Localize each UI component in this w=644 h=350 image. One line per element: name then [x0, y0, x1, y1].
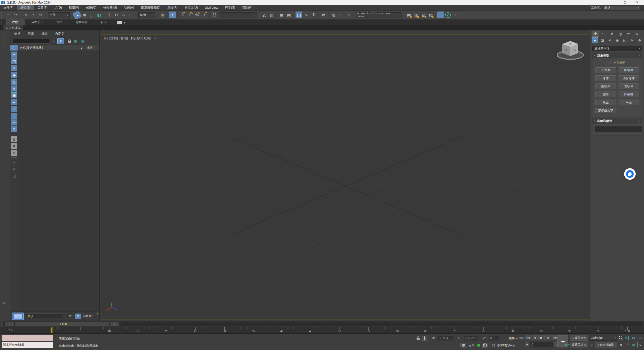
perspective-viewport[interactable]: [+] [透视] [标准] [默认明暗处理] ▼ 顶 前 右	[101, 34, 590, 320]
explorer-menu-item[interactable]: 显示	[28, 32, 34, 36]
x-coordinate-field[interactable]: -0.934	[438, 336, 453, 340]
bind-to-space-warp-icon[interactable]: ≋	[37, 12, 44, 18]
asset-open-icon[interactable]: ▥	[413, 12, 420, 18]
select-and-move-icon[interactable]: ╋	[106, 12, 112, 18]
primitive-button[interactable]: 加强型文本	[595, 108, 616, 113]
edit-named-selection-sets-icon[interactable]: { }	[211, 12, 218, 18]
fill-view-icon[interactable]: ■	[11, 143, 17, 149]
time-slider-track[interactable]: ‹ 0 / 100 ›	[5, 322, 643, 326]
undo-icon[interactable]: ↶	[5, 12, 12, 18]
viewport-layout-button[interactable]	[12, 313, 24, 320]
create-tab[interactable]: +	[592, 31, 599, 37]
ribbon-tab[interactable]: 自由形式	[25, 19, 50, 25]
unlink-selection-icon[interactable]: ≁	[30, 12, 37, 18]
select-and-scale-icon[interactable]: ▱	[120, 12, 127, 18]
orbit-icon[interactable]: ◍	[631, 342, 636, 347]
redo-icon[interactable]: ↷	[13, 12, 19, 18]
primitive-category-dropdown[interactable]: 标准基本体 ▾	[592, 46, 642, 51]
curve-editor-icon[interactable]: ∿	[303, 12, 310, 18]
filter-settings-icon[interactable]: ▼	[11, 159, 17, 165]
display-space-warps-icon[interactable]: ≋	[11, 85, 17, 92]
search-input[interactable]	[13, 39, 50, 43]
zoom-extents-icon[interactable]: ⊡	[631, 335, 636, 340]
menu-item[interactable]: 脚本(S)	[221, 5, 238, 10]
primitive-button[interactable]: 四棱锥	[619, 92, 639, 97]
render-production-icon[interactable]: ♨	[345, 12, 352, 18]
ribbon-minimize-toggle[interactable]: ▾	[117, 21, 125, 25]
window-crossing-icon[interactable]: ◧	[96, 12, 102, 18]
menu-item[interactable]: 渲染(R)	[164, 5, 181, 10]
space-warps-category-icon[interactable]: ≋	[629, 37, 635, 43]
go-to-start-button[interactable]: |◀◀	[525, 335, 531, 340]
frame-spinner[interactable]: ▲▼	[550, 343, 552, 346]
zoom-icon[interactable]	[618, 335, 623, 340]
previous-frame-arrow[interactable]: ‹	[5, 322, 14, 326]
pan-view-icon[interactable]: Ψ	[624, 342, 630, 347]
minimize-icon[interactable]: —	[609, 1, 615, 5]
primitive-button[interactable]: 管状体	[619, 83, 639, 89]
assistant-button[interactable]	[624, 168, 636, 180]
field-of-view-icon[interactable]: ⊲	[618, 342, 623, 347]
menu-item[interactable]: 文件(F)	[0, 5, 17, 10]
time-slider-grip[interactable]	[1, 321, 4, 327]
lock-cell-editing-icon[interactable]	[68, 41, 71, 43]
select-and-rotate-icon[interactable]: ↻	[113, 12, 120, 18]
absolute-mode-icon[interactable]: ╋	[422, 336, 427, 341]
utilities-tab[interactable]: ⚙	[633, 31, 641, 37]
menu-item[interactable]: 工具(T)	[34, 5, 51, 10]
menu-item[interactable]: 图形编辑器(D)	[138, 5, 164, 10]
percent-snap-toggle-icon[interactable]: %	[194, 12, 200, 18]
maximize-viewport-toggle-icon[interactable]: ↘	[637, 342, 643, 347]
helpers-category-icon[interactable]: ◺	[621, 37, 628, 43]
name-column-header[interactable]: 名称(按升序排序) ▲	[18, 45, 85, 51]
viewport-menu-pov[interactable]: [透视]	[109, 36, 118, 40]
snap-toggle-3d-icon[interactable]: 3	[179, 12, 186, 18]
shield-icon[interactable]	[460, 343, 466, 348]
listener-input-line[interactable]: 脚本迷你侦听器	[2, 342, 53, 348]
zoom-window-icon[interactable]	[624, 335, 630, 340]
cameras-category-icon[interactable]: ◉	[614, 37, 621, 43]
filter-funnel-icon[interactable]: ▽	[11, 166, 17, 172]
dock-expand-icon[interactable]: ▸	[2, 301, 6, 305]
time-caret[interactable]	[51, 327, 53, 333]
auto-key-button[interactable]: 自动关键点	[570, 335, 588, 341]
primitive-button[interactable]: 圆环	[595, 92, 616, 97]
object-type-column-header[interactable]: ◯	[10, 45, 18, 51]
reference-coordinate-system-dropdown[interactable]: 视图▾	[138, 12, 155, 18]
open-mini-curve-editor-icon[interactable]: ≡∿	[9, 328, 13, 332]
play-button[interactable]: ▶	[538, 335, 545, 340]
angle-snap-toggle-icon[interactable]: ∠	[186, 12, 193, 18]
menu-item[interactable]: 创建(C)	[83, 5, 100, 10]
display-groups-icon[interactable]: ∗	[11, 119, 17, 125]
mirror-icon[interactable]: ◭	[261, 12, 268, 18]
container-view-icon[interactable]: ▢	[11, 173, 17, 179]
set-keys-button[interactable]: +	[557, 335, 569, 348]
footer-expand-icon[interactable]: »	[97, 312, 98, 316]
viewport-menu-general[interactable]: [+]	[104, 36, 108, 40]
per-view-filter-icon[interactable]: ▼	[154, 37, 157, 40]
material-editor-icon[interactable]: ◍	[330, 12, 337, 18]
viewport-menu-shading[interactable]: [默认明暗处理]	[130, 36, 151, 40]
key-mode-icon[interactable]: ∵	[589, 343, 594, 347]
working-pivot-icon[interactable]: ⇄	[320, 12, 327, 18]
display-helpers-icon[interactable]: ◺	[11, 79, 17, 85]
object-type-rollout-header[interactable]: ▾ 对象类型 ⠿	[592, 53, 642, 58]
viewcube[interactable]: 顶 前 右	[555, 37, 586, 64]
expand-hierarchy-icon[interactable]: ⊞	[73, 39, 78, 44]
dock-grip[interactable]	[4, 32, 5, 47]
menu-item[interactable]: 编辑(E)	[17, 5, 34, 10]
clear-search-icon[interactable]: ×	[52, 39, 56, 43]
collapse-hierarchy-icon[interactable]: ⊟	[80, 39, 86, 44]
primitive-button[interactable]: 球体	[595, 75, 616, 81]
key-filters-button[interactable]: 关键点过滤器..	[595, 342, 617, 347]
asset-xref-icon[interactable]: ▨	[427, 12, 434, 18]
select-object-icon[interactable]: ▲	[72, 10, 82, 20]
modify-tab[interactable]: ◠	[600, 31, 608, 37]
display-filter-icon[interactable]: ▼	[57, 38, 64, 44]
primitive-button[interactable]: 长方体	[595, 67, 616, 73]
menu-item[interactable]: 自定义(U)	[181, 5, 202, 10]
current-frame-field[interactable]: 0 ▲▼	[530, 342, 553, 347]
explorer-menu-item[interactable]: 自定义	[55, 32, 64, 36]
revert-scene-icon[interactable]: ↺	[452, 12, 459, 18]
next-frame-button[interactable]: ||▶	[545, 335, 551, 340]
